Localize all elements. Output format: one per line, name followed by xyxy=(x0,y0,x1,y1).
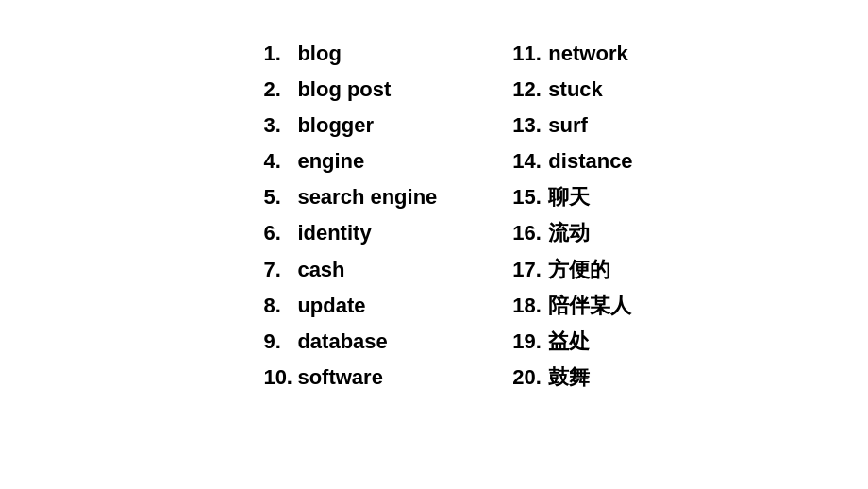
list-item: 18.陪伴某人 xyxy=(512,290,632,322)
item-number: 3. xyxy=(263,110,297,142)
item-number: 17. xyxy=(512,254,548,286)
list-item: 16.流动 xyxy=(512,217,632,249)
list-item: 12.stuck xyxy=(512,74,632,106)
list-item: 5.search engine xyxy=(263,181,437,213)
list-item: 1.blog xyxy=(263,38,437,70)
item-text: update xyxy=(297,294,365,317)
list-item: 9.database xyxy=(263,326,437,358)
item-text: 方便的 xyxy=(548,258,610,281)
list-item: 11.network xyxy=(512,38,632,70)
item-text: distance xyxy=(548,149,632,173)
list-item: 10.software xyxy=(263,362,437,394)
item-text: database xyxy=(297,329,387,353)
column-1: 1.blog2.blog post3.blogger4.engine5.sear… xyxy=(263,38,437,394)
item-text: cash xyxy=(297,258,344,281)
list-item: 6.identity xyxy=(263,217,437,249)
column-2: 11.network12.stuck13.surf14.distance15.聊… xyxy=(512,38,632,394)
list-item: 7.cash xyxy=(263,254,437,286)
list-item: 3.blogger xyxy=(263,110,437,142)
item-number: 9. xyxy=(263,326,297,358)
item-number: 7. xyxy=(263,254,297,286)
list-item: 19.益处 xyxy=(512,326,632,358)
item-number: 2. xyxy=(263,74,297,106)
item-number: 14. xyxy=(512,145,548,177)
item-number: 13. xyxy=(512,110,548,142)
item-number: 12. xyxy=(512,74,548,106)
list-item: 14.distance xyxy=(512,145,632,177)
item-text: surf xyxy=(548,113,588,137)
vocabulary-list: 1.blog2.blog post3.blogger4.engine5.sear… xyxy=(141,9,726,422)
item-number: 10. xyxy=(263,362,297,394)
item-text: 聊天 xyxy=(548,185,590,209)
item-number: 16. xyxy=(512,217,548,249)
item-text: stuck xyxy=(548,77,602,101)
item-number: 19. xyxy=(512,326,548,358)
list-item: 4.engine xyxy=(263,145,437,177)
list-item: 8.update xyxy=(263,290,437,322)
item-text: blog post xyxy=(297,77,391,101)
list-item: 20.鼓舞 xyxy=(512,362,632,394)
item-text: search engine xyxy=(297,185,437,209)
item-text: network xyxy=(548,42,627,65)
item-text: software xyxy=(297,365,382,389)
item-number: 11. xyxy=(512,38,548,70)
item-text: identity xyxy=(297,221,371,244)
item-number: 20. xyxy=(512,362,548,394)
list-item: 2.blog post xyxy=(263,74,437,106)
item-number: 5. xyxy=(263,181,297,213)
list-item: 17.方便的 xyxy=(512,254,632,286)
item-number: 1. xyxy=(263,38,297,70)
item-text: 陪伴某人 xyxy=(548,294,631,317)
item-text: engine xyxy=(297,149,364,173)
item-text: 鼓舞 xyxy=(548,365,590,389)
item-number: 4. xyxy=(263,145,297,177)
item-text: blog xyxy=(297,42,341,65)
item-text: 益处 xyxy=(548,329,590,353)
item-number: 15. xyxy=(512,181,548,213)
item-text: 流动 xyxy=(548,221,590,244)
list-item: 15.聊天 xyxy=(512,181,632,213)
item-number: 18. xyxy=(512,290,548,322)
item-number: 8. xyxy=(263,290,297,322)
list-item: 13.surf xyxy=(512,110,632,142)
item-number: 6. xyxy=(263,217,297,249)
item-text: blogger xyxy=(297,113,374,137)
